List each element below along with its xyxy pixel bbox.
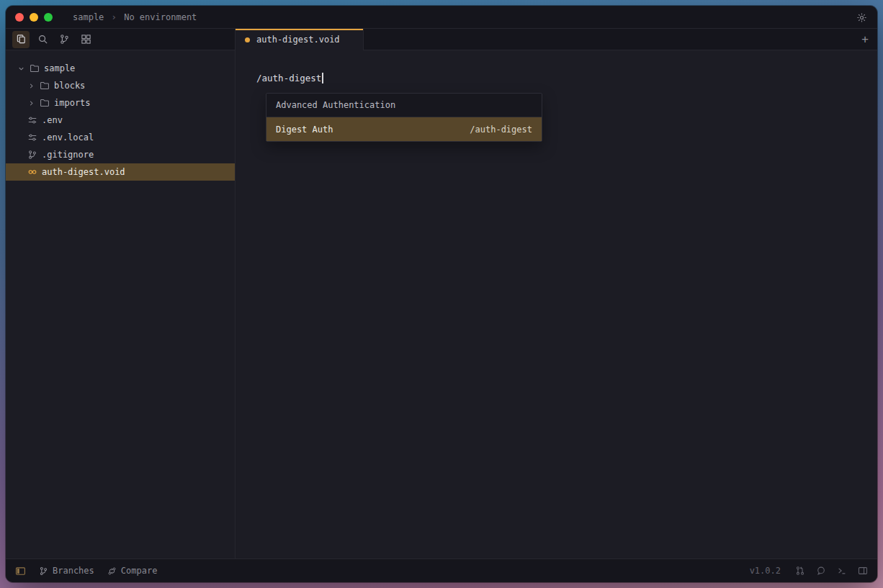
tree-item-env[interactable]: .env — [6, 112, 235, 129]
sliders-icon — [27, 115, 37, 125]
desktop-background: sample › No environment — [0, 0, 883, 588]
tree-item-gitignore[interactable]: .gitignore — [6, 146, 235, 163]
tree-item-label: sample — [44, 63, 75, 73]
compare-button[interactable]: Compare — [107, 566, 158, 576]
tree-item-label: .env.local — [42, 132, 94, 143]
blocks-panel-button[interactable] — [77, 31, 94, 48]
tab-auth-digest-void[interactable]: auth-digest.void — [236, 29, 364, 50]
autocomplete-item-path: /auth-digest — [470, 125, 532, 135]
tree-item-label: imports — [54, 98, 91, 108]
tree-item-imports[interactable]: imports — [6, 94, 235, 112]
folder-icon — [40, 81, 50, 91]
tree-item-label: blocks — [54, 81, 85, 91]
chevron-down-icon — [17, 65, 25, 73]
autocomplete-item-digest-auth[interactable]: Digest Auth /auth-digest — [266, 117, 542, 141]
zoom-window-button[interactable] — [44, 13, 53, 22]
tree-item-blocks[interactable]: blocks — [6, 77, 235, 94]
tree-item-label: .gitignore — [42, 150, 94, 160]
tab-label: auth-digest.void — [256, 35, 340, 45]
blocks-grid-icon — [81, 34, 91, 45]
titlebar: sample › No environment — [6, 6, 877, 29]
tree-item-sample[interactable]: sample — [6, 60, 235, 77]
app-window: sample › No environment — [6, 6, 877, 582]
main-area: sample blocks — [6, 29, 877, 558]
tree-item-label: auth-digest.void — [42, 167, 125, 177]
sidebar: sample blocks — [6, 29, 236, 558]
sidebar-toggle-icon[interactable] — [15, 566, 26, 576]
minimize-window-button[interactable] — [30, 13, 38, 22]
git-branch-icon — [39, 566, 48, 576]
breadcrumb-environment[interactable]: No environment — [124, 12, 197, 22]
pull-request-icon[interactable] — [795, 566, 805, 576]
traffic-lights — [15, 13, 53, 22]
settings-gear-icon[interactable] — [856, 6, 867, 29]
tab-bar: auth-digest.void + — [236, 29, 877, 50]
chevron-right-icon: › — [111, 12, 117, 22]
git-branch-icon — [59, 34, 70, 45]
sidebar-toolbar — [6, 29, 235, 50]
compare-icon — [107, 566, 117, 576]
request-path-input[interactable]: /auth-digest — [256, 72, 877, 83]
feedback-bubble-icon[interactable] — [816, 566, 826, 576]
search-panel-button[interactable] — [34, 31, 51, 48]
search-icon — [37, 34, 48, 45]
editor-pane: /auth-digest Advanced Authentication Dig… — [236, 50, 877, 558]
tab-bar-filler: + — [364, 29, 877, 50]
branches-label: Branches — [53, 566, 94, 576]
breadcrumb-project[interactable]: sample — [73, 12, 104, 22]
file-tree: sample blocks — [6, 50, 235, 558]
request-path-value: /auth-digest — [256, 73, 321, 83]
files-icon — [16, 34, 27, 45]
compare-label: Compare — [121, 566, 158, 576]
new-tab-button[interactable]: + — [853, 29, 877, 50]
branches-button[interactable]: Branches — [39, 566, 94, 576]
chevron-right-icon — [27, 99, 35, 107]
folder-open-icon — [30, 63, 40, 73]
close-window-button[interactable] — [15, 13, 24, 22]
folder-icon — [40, 98, 50, 108]
git-branch-icon — [27, 150, 37, 160]
chevron-right-icon — [27, 82, 35, 90]
terminal-icon[interactable] — [837, 566, 847, 576]
unsaved-dot-icon — [245, 37, 250, 42]
autocomplete-item-label: Digest Auth — [276, 125, 333, 135]
tree-item-env-local[interactable]: .env.local — [6, 129, 235, 146]
git-panel-button[interactable] — [55, 31, 73, 48]
autocomplete-dropdown: Advanced Authentication Digest Auth /aut… — [266, 93, 542, 142]
files-panel-button[interactable] — [12, 31, 30, 48]
infinity-icon — [27, 167, 37, 177]
tree-item-auth-digest-void[interactable]: auth-digest.void — [6, 163, 235, 181]
tree-item-label: .env — [42, 115, 63, 125]
active-tab-accent — [236, 29, 363, 30]
text-caret — [322, 73, 323, 83]
status-bar: Branches Compare v1.0.2 — [6, 558, 877, 582]
status-icons — [795, 566, 868, 576]
panel-right-icon[interactable] — [858, 566, 868, 576]
breadcrumb: sample › No environment — [73, 12, 197, 22]
version-label: v1.0.2 — [750, 566, 781, 576]
autocomplete-group-header: Advanced Authentication — [266, 94, 542, 117]
content-area: auth-digest.void + /auth-digest Advanced… — [236, 29, 877, 558]
sliders-icon — [27, 132, 37, 143]
